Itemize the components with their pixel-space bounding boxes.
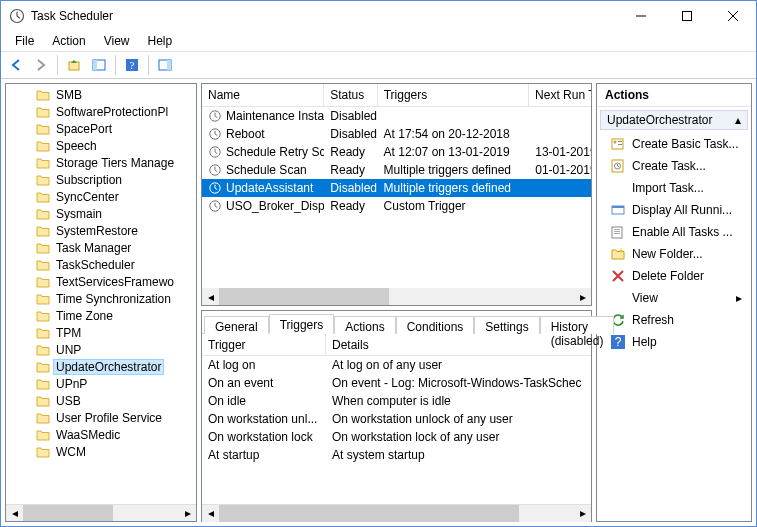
task-row[interactable]: Maintenance InstallDisabled (202, 107, 591, 125)
back-button[interactable] (5, 54, 27, 76)
menu-file[interactable]: File (7, 32, 42, 50)
tree-item[interactable]: Task Manager (6, 239, 196, 256)
task-row[interactable]: USO_Broker_DisplayReadyCustom Trigger (202, 197, 591, 215)
minimize-button[interactable] (618, 1, 664, 31)
maximize-button[interactable] (664, 1, 710, 31)
task-row[interactable]: UpdateAssistantDisabledMultiple triggers… (202, 179, 591, 197)
trigger-row[interactable]: On an eventOn event - Log: Microsoft-Win… (202, 374, 591, 392)
action-help[interactable]: ?Help (600, 331, 748, 353)
action-view[interactable]: View▸ (600, 287, 748, 309)
triggers-list[interactable]: At log onAt log on of any userOn an even… (202, 356, 591, 504)
horizontal-scrollbar[interactable]: ◂ ▸ (202, 288, 591, 305)
tree-item-label: UpdateOrchestrator (54, 360, 163, 374)
action-new-folder[interactable]: New Folder... (600, 243, 748, 265)
collapse-icon[interactable]: ▴ (735, 113, 741, 127)
action-display[interactable]: Display All Runni... (600, 199, 748, 221)
trigger-row[interactable]: On workstation unl...On workstation unlo… (202, 410, 591, 428)
trigger-row[interactable]: At startupAt system startup (202, 446, 591, 464)
scroll-left-icon[interactable]: ◂ (202, 505, 219, 522)
tasks-header[interactable]: Name Status Triggers Next Run T (202, 84, 591, 107)
close-button[interactable] (710, 1, 756, 31)
tree-item[interactable]: SpacePort (6, 120, 196, 137)
tree-item[interactable]: User Profile Service (6, 409, 196, 426)
tree-item-label: SystemRestore (54, 224, 140, 238)
tree-list[interactable]: SMBSoftwareProtectionPlSpacePortSpeechSt… (6, 84, 196, 504)
scroll-left-icon[interactable]: ◂ (6, 505, 23, 522)
column-details[interactable]: Details (326, 334, 586, 355)
trigger-row[interactable]: On idleWhen computer is idle (202, 392, 591, 410)
actions-heading[interactable]: UpdateOrchestrator ▴ (600, 110, 748, 130)
action-label: Help (632, 335, 657, 349)
tree-item[interactable]: Time Zone (6, 307, 196, 324)
tree-item[interactable]: Storage Tiers Manage (6, 154, 196, 171)
tree-item[interactable]: TPM (6, 324, 196, 341)
tree-item[interactable]: USB (6, 392, 196, 409)
action-enable-history[interactable]: Enable All Tasks ... (600, 221, 748, 243)
trigger-row[interactable]: On workstation lockOn workstation lock o… (202, 428, 591, 446)
task-row[interactable]: RebootDisabledAt 17:54 on 20-12-2018 (202, 125, 591, 143)
task-row[interactable]: Schedule ScanReadyMultiple triggers defi… (202, 161, 591, 179)
action-label: Refresh (632, 313, 674, 327)
forward-button[interactable] (30, 54, 52, 76)
tab-triggers[interactable]: Triggers (269, 314, 335, 334)
trigger-row[interactable]: At log onAt log on of any user (202, 356, 591, 374)
tree-item[interactable]: SyncCenter (6, 188, 196, 205)
tree-item[interactable]: UPnP (6, 375, 196, 392)
action-pane-button[interactable] (154, 54, 176, 76)
trigger-details: At log on of any user (326, 358, 586, 372)
tree-item[interactable]: SystemRestore (6, 222, 196, 239)
tree-item[interactable]: TaskScheduler (6, 256, 196, 273)
show-hide-tree-button[interactable] (88, 54, 110, 76)
scroll-right-icon[interactable]: ▸ (574, 505, 591, 522)
column-triggers[interactable]: Triggers (378, 84, 529, 106)
tab-history[interactable]: History (disabled) (540, 316, 615, 334)
action-refresh[interactable]: Refresh (600, 309, 748, 331)
tab-actions[interactable]: Actions (334, 316, 395, 334)
horizontal-scrollbar[interactable]: ◂ ▸ (202, 504, 591, 521)
task-row[interactable]: Schedule Retry ScanReadyAt 12:07 on 13-0… (202, 143, 591, 161)
action-delete[interactable]: Delete Folder (600, 265, 748, 287)
up-button[interactable] (63, 54, 85, 76)
tab-general[interactable]: General (204, 316, 269, 334)
column-next-run[interactable]: Next Run T (529, 84, 591, 106)
tree-item[interactable]: SMB (6, 86, 196, 103)
scroll-right-icon[interactable]: ▸ (179, 505, 196, 522)
tree-item-label: Subscription (54, 173, 124, 187)
tree-item[interactable]: UNP (6, 341, 196, 358)
horizontal-scrollbar[interactable]: ◂ ▸ (6, 504, 196, 521)
svg-rect-1 (683, 12, 692, 21)
tree-item-label: SyncCenter (54, 190, 121, 204)
action-import[interactable]: Import Task... (600, 177, 748, 199)
folder-icon (36, 309, 50, 323)
tree-item[interactable]: WCM (6, 443, 196, 460)
action-create-basic[interactable]: Create Basic Task... (600, 133, 748, 155)
column-status[interactable]: Status (324, 84, 377, 106)
tab-settings[interactable]: Settings (474, 316, 539, 334)
tree-item[interactable]: Subscription (6, 171, 196, 188)
folder-icon (36, 292, 50, 306)
tree-item[interactable]: WaaSMedic (6, 426, 196, 443)
column-name[interactable]: Name (202, 84, 324, 106)
tree-item[interactable]: UpdateOrchestrator (6, 358, 196, 375)
tree-item[interactable]: SoftwareProtectionPl (6, 103, 196, 120)
tree-item[interactable]: Sysmain (6, 205, 196, 222)
tree-item[interactable]: TextServicesFramewo (6, 273, 196, 290)
menu-action[interactable]: Action (44, 32, 93, 50)
tree-item[interactable]: Speech (6, 137, 196, 154)
actions-title: Actions (597, 84, 751, 107)
scroll-right-icon[interactable]: ▸ (574, 288, 591, 305)
action-create[interactable]: Create Task... (600, 155, 748, 177)
column-trigger[interactable]: Trigger (202, 334, 326, 355)
tab-conditions[interactable]: Conditions (396, 316, 475, 334)
help-button[interactable]: ? (121, 54, 143, 76)
tree-item[interactable]: Time Synchronization (6, 290, 196, 307)
app-icon (9, 8, 25, 24)
menu-view[interactable]: View (96, 32, 138, 50)
folder-icon (36, 88, 50, 102)
scroll-left-icon[interactable]: ◂ (202, 288, 219, 305)
triggers-header[interactable]: Trigger Details (202, 334, 591, 356)
menu-help[interactable]: Help (140, 32, 181, 50)
task-list[interactable]: Maintenance InstallDisabledRebootDisable… (202, 107, 591, 288)
folder-icon (36, 258, 50, 272)
svg-rect-8 (167, 60, 171, 70)
